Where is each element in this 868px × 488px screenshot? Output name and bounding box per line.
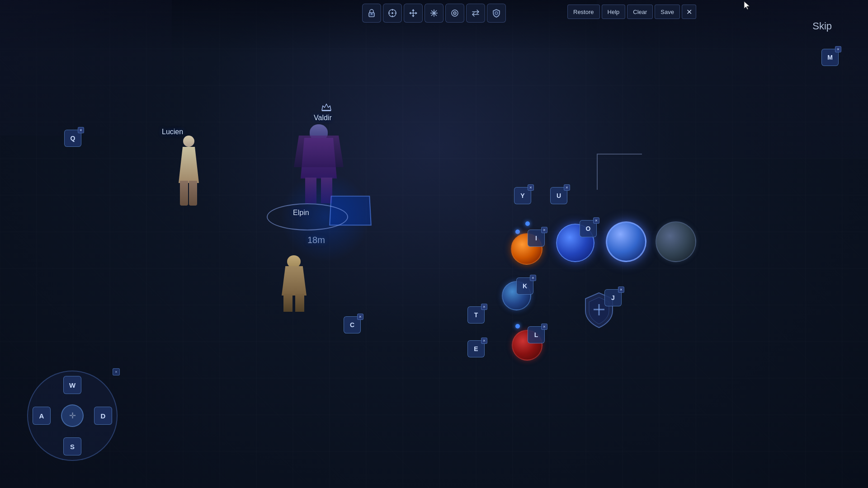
clear-button[interactable]: Clear	[627, 5, 653, 19]
skip-button[interactable]: Skip	[812, 20, 832, 32]
toolbar-move-btn[interactable]	[404, 4, 423, 23]
valdir-crown	[321, 103, 332, 114]
joystick-outer: W A S D ✛	[27, 371, 118, 461]
save-button[interactable]: Save	[655, 5, 680, 19]
l-skill-container: L ×	[512, 330, 542, 361]
toolbar-target-btn[interactable]	[445, 4, 464, 23]
arrows-icon	[429, 9, 439, 18]
j-key-close[interactable]: ×	[618, 286, 624, 293]
w-key[interactable]: W	[63, 376, 81, 394]
q-key-badge[interactable]: Q ×	[64, 130, 81, 147]
y-key-close[interactable]: ×	[528, 184, 534, 191]
toolbar-action-buttons: Restore Help Clear Save ✕	[567, 5, 696, 19]
shield-toolbar-icon	[492, 9, 501, 18]
d-key[interactable]: D	[94, 407, 112, 425]
dot-indicator-2	[525, 221, 530, 226]
svg-marker-11	[412, 9, 415, 11]
a-key[interactable]: A	[33, 407, 51, 425]
target-icon	[450, 9, 459, 18]
toolbar-cursor-btn[interactable]	[383, 4, 402, 23]
large-skill-orb-dark[interactable]	[656, 221, 696, 262]
svg-marker-12	[412, 15, 415, 17]
j-skill-container: J ×	[579, 289, 619, 330]
restore-button[interactable]: Restore	[567, 5, 600, 19]
svg-point-21	[454, 13, 455, 14]
i-key-badge[interactable]: I ×	[528, 230, 545, 247]
c-key-close[interactable]: ×	[357, 314, 363, 320]
m-key-close[interactable]: ×	[835, 46, 841, 52]
o-key-close[interactable]: ×	[593, 217, 599, 224]
crown-icon	[321, 103, 332, 112]
swap-icon	[471, 9, 480, 18]
toolbar-arrows-btn[interactable]	[425, 4, 443, 23]
o-skill-container: O ×	[556, 224, 594, 262]
joystick-center-icon: ✛	[69, 411, 76, 421]
toolbar-shield-btn[interactable]	[487, 4, 506, 23]
t-key-close[interactable]: ×	[481, 304, 487, 310]
svg-marker-14	[415, 12, 417, 14]
t-key-badge[interactable]: T ×	[467, 306, 485, 324]
k-key-close[interactable]: ×	[530, 275, 536, 281]
j-key-badge[interactable]: J ×	[604, 289, 622, 306]
l-key-close[interactable]: ×	[541, 324, 547, 330]
game-background	[0, 0, 868, 488]
l-key-badge[interactable]: L ×	[528, 326, 545, 343]
c-key-badge[interactable]: C ×	[344, 316, 361, 333]
svg-marker-13	[409, 12, 411, 14]
joystick-center[interactable]: ✛	[61, 404, 84, 427]
help-button[interactable]: Help	[602, 5, 626, 19]
toolbar-lock-btn[interactable]	[362, 4, 381, 23]
y-key-badge[interactable]: Y ×	[514, 187, 531, 204]
cursor-icon	[388, 9, 397, 18]
e-key-close[interactable]: ×	[481, 338, 487, 344]
k-skill-container: K ×	[502, 281, 531, 310]
move-icon	[409, 9, 418, 18]
svg-point-4	[392, 12, 393, 14]
m-key-badge[interactable]: M ×	[821, 49, 839, 66]
large-skill-orb-blue[interactable]	[606, 221, 646, 262]
i-skill-container: I ×	[511, 233, 542, 265]
toolbar	[362, 4, 506, 23]
floor-tiles	[0, 0, 868, 488]
u-key-badge[interactable]: U ×	[550, 187, 567, 204]
k-key-badge[interactable]: K ×	[516, 277, 533, 295]
q-key-close[interactable]: ×	[78, 127, 84, 133]
s-key[interactable]: S	[63, 437, 81, 455]
joystick-close[interactable]: ×	[113, 368, 120, 375]
toolbar-swap-btn[interactable]	[466, 4, 485, 23]
svg-rect-23	[322, 110, 331, 111]
dot-indicator-4	[515, 324, 520, 328]
joystick-control: × W A S D ✛	[27, 371, 118, 461]
e-key-badge[interactable]: E ×	[467, 340, 485, 357]
i-key-close[interactable]: ×	[541, 227, 547, 233]
close-toolbar-button[interactable]: ✕	[682, 5, 696, 19]
o-key-badge[interactable]: O ×	[580, 220, 597, 237]
u-key-close[interactable]: ×	[564, 184, 570, 191]
lock-icon	[367, 9, 376, 18]
svg-rect-2	[371, 14, 373, 14]
